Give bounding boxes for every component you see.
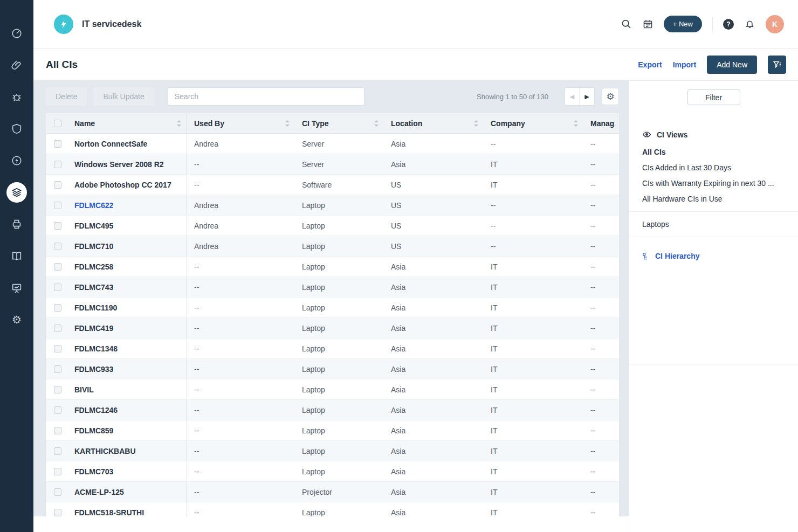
row-checkbox[interactable] <box>54 468 61 475</box>
row-checkbox[interactable] <box>54 263 61 271</box>
table-row[interactable]: Norton ConnectSafeAndreaServerAsia---- <box>46 134 619 154</box>
search-button[interactable] <box>621 18 632 30</box>
table-row[interactable]: FDLMC518-SRUTHI--LaptopAsiaIT-- <box>46 502 619 516</box>
row-checkbox[interactable] <box>54 243 61 250</box>
sort-icon[interactable] <box>285 120 290 127</box>
ci-name-link[interactable]: FDLMC419 <box>74 324 113 333</box>
avatar[interactable]: K <box>766 15 784 33</box>
column-header-ci-type[interactable]: CI Type <box>295 113 384 133</box>
table-row[interactable]: FDLMC859--LaptopAsiaIT-- <box>46 420 619 441</box>
column-header-name[interactable]: Name <box>67 113 187 133</box>
table-row[interactable]: FDLMC1190--LaptopAsiaIT-- <box>46 298 619 318</box>
calendar-button[interactable] <box>642 18 653 30</box>
sort-icon[interactable] <box>574 120 578 127</box>
table-row[interactable]: FDLMC743--LaptopAsiaIT-- <box>46 277 619 298</box>
row-checkbox[interactable] <box>54 284 61 291</box>
ci-name-link[interactable]: Norton ConnectSafe <box>74 140 147 148</box>
table-row[interactable]: BIVIL--LaptopAsiaIT-- <box>46 379 619 400</box>
row-checkbox[interactable] <box>54 345 61 353</box>
ci-name-link[interactable]: FDLMC1348 <box>74 344 118 353</box>
column-header-managed-by[interactable]: Manag <box>583 113 619 133</box>
row-checkbox[interactable] <box>54 304 61 312</box>
delete-button[interactable]: Delete <box>46 87 87 106</box>
table-settings-button[interactable]: ⚙ <box>602 88 619 105</box>
filter-toggle-button[interactable] <box>768 56 786 74</box>
table-row[interactable]: FDLMC419--LaptopAsiaIT-- <box>46 318 619 338</box>
bulk-update-button[interactable]: Bulk Update <box>93 87 154 106</box>
sidebar-item-contracts[interactable] <box>0 208 33 240</box>
ci-name-link[interactable]: FDLMC518-SRUTHI <box>74 508 144 517</box>
table-row[interactable]: FDLMC1348--LaptopAsiaIT-- <box>46 338 619 359</box>
row-checkbox[interactable] <box>54 181 61 189</box>
sort-icon[interactable] <box>374 120 379 127</box>
sidebar-item-admin[interactable]: ⚙ <box>0 303 33 335</box>
search-input[interactable] <box>168 87 364 106</box>
table-row[interactable]: Windows Server 2008 R2--ServerAsiaIT-- <box>46 154 619 175</box>
import-link[interactable]: Import <box>673 60 697 69</box>
ci-name-link[interactable]: BIVIL <box>74 385 94 394</box>
filter-button[interactable]: Filter <box>687 89 740 105</box>
row-checkbox[interactable] <box>54 161 61 168</box>
row-checkbox[interactable] <box>54 365 61 373</box>
table-row[interactable]: FDLMC495AndreaLaptopUS---- <box>46 216 619 236</box>
sidebar-item-reports[interactable] <box>0 272 33 303</box>
ci-name-link[interactable]: FDLMC622 <box>74 201 113 210</box>
sidebar-item-releases[interactable] <box>0 144 33 176</box>
ci-name-link[interactable]: FDLMC495 <box>74 222 113 230</box>
ci-name-link[interactable]: FDLMC703 <box>74 467 113 476</box>
view-item-hardware-in-use[interactable]: All Hardware CIs in Use <box>642 195 785 203</box>
ci-name-link[interactable]: ACME-LP-125 <box>74 488 124 496</box>
ci-name-link[interactable]: FDLMC258 <box>74 262 113 271</box>
row-checkbox[interactable] <box>54 324 61 332</box>
ci-name-link[interactable]: Windows Server 2008 R2 <box>74 160 164 169</box>
ci-name-link[interactable]: FDLMC710 <box>74 242 113 251</box>
ci-name-link[interactable]: FDLMC1190 <box>74 303 117 312</box>
sort-icon[interactable] <box>177 120 181 127</box>
next-page-button[interactable]: ▶ <box>580 88 594 105</box>
ci-name-link[interactable]: FDLMC933 <box>74 365 113 374</box>
row-checkbox[interactable] <box>54 406 61 414</box>
table-row[interactable]: FDLMC258--LaptopAsiaIT-- <box>46 257 619 277</box>
notifications-button[interactable] <box>744 18 755 30</box>
table-row[interactable]: FDLMC1246--LaptopAsiaIT-- <box>46 400 619 420</box>
table-row[interactable]: FDLMC710AndreaLaptopUS---- <box>46 236 619 257</box>
sort-icon[interactable] <box>474 120 478 127</box>
ci-name-link[interactable]: FDLMC1246 <box>74 406 118 414</box>
column-header-used-by[interactable]: Used By <box>187 113 295 133</box>
view-item-added-last-30[interactable]: CIs Added in Last 30 Days <box>642 163 785 172</box>
export-link[interactable]: Export <box>638 60 662 69</box>
view-item-all-cis[interactable]: All CIs <box>642 148 785 156</box>
view-item-warranty-expiring[interactable]: CIs with Warranty Expiring in next 30 ..… <box>642 179 785 188</box>
sidebar-item-assets[interactable] <box>0 176 33 208</box>
ci-hierarchy-link[interactable]: CI Hierarchy <box>642 252 785 260</box>
view-item-laptops[interactable]: Laptops <box>642 220 785 229</box>
sidebar-item-dashboard[interactable] <box>0 17 33 49</box>
row-checkbox[interactable] <box>54 427 61 434</box>
prev-page-button[interactable]: ◀ <box>565 88 580 105</box>
sidebar-item-changes[interactable] <box>0 113 33 144</box>
sidebar-item-tickets[interactable] <box>0 49 33 81</box>
table-row[interactable]: ACME-LP-125--ProjectorAsiaIT-- <box>46 482 619 502</box>
row-checkbox[interactable] <box>54 447 61 455</box>
table-row[interactable]: KARTHICKBABU--LaptopAsiaIT-- <box>46 441 619 461</box>
table-row[interactable]: FDLMC933--LaptopAsiaIT-- <box>46 359 619 379</box>
ci-name-link[interactable]: FDLMC859 <box>74 426 113 435</box>
row-checkbox[interactable] <box>54 386 61 393</box>
row-checkbox[interactable] <box>54 202 61 209</box>
new-button[interactable]: + New <box>664 16 702 32</box>
ci-name-link[interactable]: FDLMC743 <box>74 283 113 292</box>
table-row[interactable]: Adobe Photoshop CC 2017--SoftwareUSIT-- <box>46 175 619 195</box>
row-checkbox[interactable] <box>54 488 61 496</box>
ci-name-link[interactable]: KARTHICKBABU <box>74 447 136 455</box>
column-header-location[interactable]: Location <box>384 113 484 133</box>
row-checkbox[interactable] <box>54 509 61 516</box>
table-row[interactable]: FDLMC622AndreaLaptopUS---- <box>46 195 619 216</box>
column-header-company[interactable]: Company <box>484 113 583 133</box>
add-new-button[interactable]: Add New <box>707 56 757 74</box>
sidebar-item-solutions[interactable] <box>0 240 33 272</box>
ci-name-link[interactable]: Adobe Photoshop CC 2017 <box>74 181 171 189</box>
row-checkbox[interactable] <box>54 222 61 230</box>
table-row[interactable]: FDLMC703--LaptopAsiaIT-- <box>46 461 619 482</box>
sidebar-item-problems[interactable] <box>0 81 33 113</box>
help-icon[interactable]: ? <box>723 19 734 30</box>
